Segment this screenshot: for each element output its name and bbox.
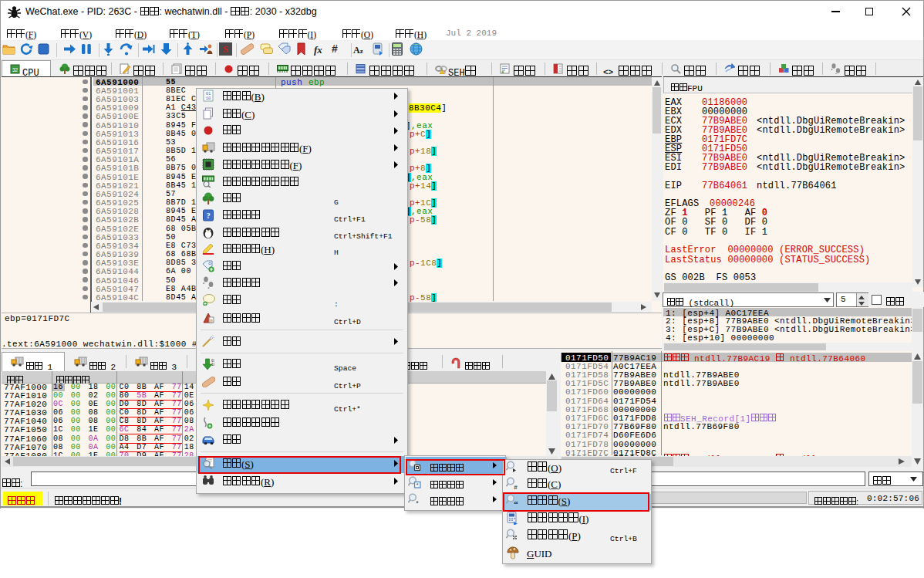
svg-text:#: #	[514, 484, 518, 490]
svg-text:?: ?	[206, 211, 210, 220]
svg-text:*: *	[416, 482, 419, 488]
svg-text:S: S	[223, 44, 228, 55]
svg-text:*: *	[416, 499, 419, 505]
svg-text:32: 32	[12, 67, 19, 73]
svg-text:10: 10	[206, 96, 211, 101]
svg-text:n: n	[210, 318, 212, 323]
svg-text:10: 10	[211, 363, 214, 367]
